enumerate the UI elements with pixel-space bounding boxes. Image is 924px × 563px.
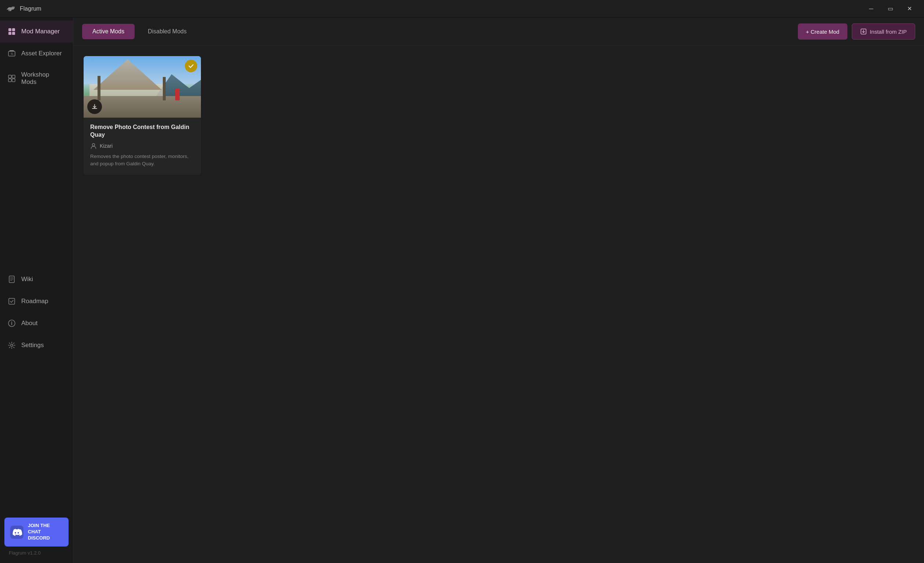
discord-line2: DISCORD [28,535,63,541]
sidebar-item-roadmap[interactable]: Roadmap [0,290,73,312]
mod-card-description: Removes the photo contest poster, monito… [90,153,194,168]
sidebar-item-asset-explorer[interactable]: Asset Explorer [0,42,73,64]
sidebar-label-mod-manager: Mod Manager [21,28,60,35]
titlebar: Flagrum ─ ▭ ✕ [0,0,924,18]
svg-rect-0 [12,7,15,8]
sidebar-item-workshop-mods[interactable]: Workshop Mods [0,64,73,92]
minimize-button[interactable]: ─ [862,2,880,15]
maximize-button[interactable]: ▭ [882,2,899,15]
check-icon [188,63,194,69]
mod-card-body: Remove Photo Contest from Galdin Quay Ki… [84,118,201,175]
mod-card-title: Remove Photo Contest from Galdin Quay [90,124,194,139]
tab-disabled-mods[interactable]: Disabled Mods [138,24,197,39]
svg-rect-4 [8,32,11,35]
top-bar: Active Mods Disabled Mods + Create Mod I… [74,18,924,46]
create-mod-button[interactable]: + Create Mod [798,24,848,40]
app-title: Flagrum [20,6,41,12]
svg-point-15 [10,344,13,346]
workshop-mods-icon [8,74,16,83]
sidebar-label-wiki: Wiki [21,276,33,283]
svg-rect-10 [12,79,15,82]
svg-rect-12 [9,298,15,304]
app-body: Mod Manager Asset Explorer [0,18,924,563]
sidebar-item-settings[interactable]: Settings [0,334,73,356]
roadmap-icon [8,297,16,306]
tab-active-mods[interactable]: Active Mods [82,24,135,39]
svg-point-18 [92,143,95,146]
mod-card-author: Kizari [90,142,194,149]
svg-rect-2 [8,28,11,31]
svg-rect-6 [8,51,15,56]
sidebar-nav: Mod Manager Asset Explorer [0,18,73,512]
discord-banner[interactable]: JOIN THE CHAT DISCORD [4,518,69,547]
sidebar-label-roadmap: Roadmap [21,298,48,305]
close-button[interactable]: ✕ [900,2,918,15]
discord-line1: JOIN THE CHAT [28,523,63,535]
sidebar-label-workshop-mods: Workshop Mods [21,71,66,86]
wiki-icon [8,275,16,284]
download-icon [91,103,98,110]
install-zip-label: Install from ZIP [870,28,907,35]
sidebar-label-asset-explorer: Asset Explorer [21,50,62,57]
sidebar-label-about: About [21,320,38,327]
sidebar-item-wiki[interactable]: Wiki [0,268,73,290]
mods-area: Remove Photo Contest from Galdin Quay Ki… [74,46,924,563]
sidebar-item-mod-manager[interactable]: Mod Manager [0,21,73,42]
svg-point-14 [11,322,12,322]
svg-rect-8 [12,75,15,78]
zip-icon [860,28,867,35]
settings-icon [8,341,16,350]
install-zip-button[interactable]: Install from ZIP [852,24,915,40]
mod-card[interactable]: Remove Photo Contest from Galdin Quay Ki… [84,56,201,175]
sidebar-item-about[interactable]: About [0,312,73,334]
asset-explorer-icon [8,49,16,58]
svg-rect-7 [8,75,11,78]
about-icon [8,319,16,328]
main-content: Active Mods Disabled Mods + Create Mod I… [74,18,924,563]
window-controls: ─ ▭ ✕ [862,2,918,15]
sidebar-bottom: JOIN THE CHAT DISCORD Flagrum v1.2.0 [0,512,73,563]
svg-rect-3 [12,28,15,31]
top-bar-actions: + Create Mod Install from ZIP [798,24,915,40]
mod-card-thumbnail [84,56,201,118]
author-icon [90,142,97,149]
svg-point-1 [8,9,10,11]
mod-author-name: Kizari [100,143,112,149]
svg-rect-9 [8,79,11,82]
sidebar: Mod Manager Asset Explorer [0,18,74,563]
mod-active-badge [185,60,197,72]
mod-download-badge[interactable] [87,99,102,114]
app-logo: Flagrum [6,4,41,14]
version-text: Flagrum v1.2.0 [4,547,69,557]
discord-icon [10,526,24,539]
discord-text: JOIN THE CHAT DISCORD [28,523,63,541]
mod-manager-icon [8,27,16,36]
app-icon [6,4,16,14]
sidebar-label-settings: Settings [21,341,44,349]
svg-rect-5 [12,32,15,35]
